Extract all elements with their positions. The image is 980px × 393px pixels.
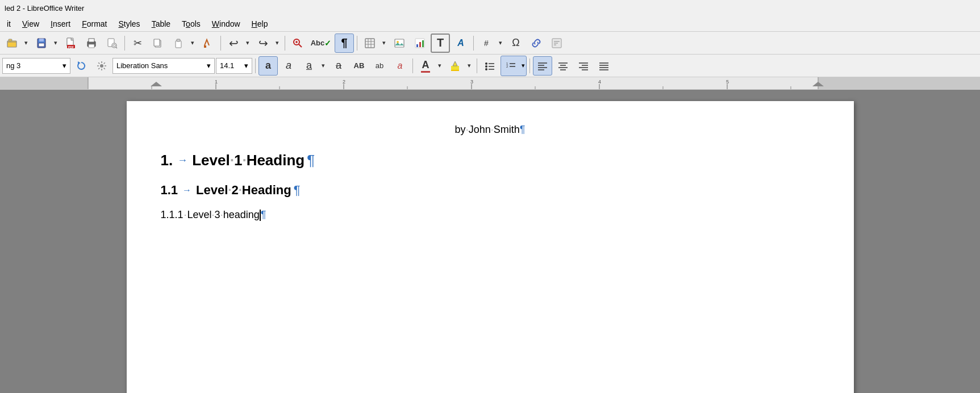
paste-button[interactable]: [169, 34, 188, 53]
numbered-list-dropdown[interactable]: ▾: [520, 62, 526, 69]
underline-dropdown[interactable]: ▾: [319, 56, 328, 76]
svg-rect-32: [422, 40, 424, 47]
justify-button[interactable]: [594, 56, 614, 76]
menu-view[interactable]: View: [18, 18, 44, 30]
redo-button[interactable]: ↪: [253, 34, 273, 53]
insert-image-button[interactable]: [390, 34, 409, 53]
menu-format[interactable]: Format: [77, 18, 111, 30]
italic-button[interactable]: a: [279, 56, 298, 76]
svg-rect-19: [204, 45, 206, 48]
uppercase-button[interactable]: AB: [349, 56, 369, 76]
menu-tools[interactable]: Tools: [177, 18, 205, 30]
strikethrough-button[interactable]: a: [329, 56, 348, 76]
toolbar1: ▾ ▾ PDF ✂ ▾ ↩ ▾: [0, 32, 980, 55]
style-settings-button[interactable]: [92, 56, 111, 76]
insert-table-dropdown[interactable]: ▾: [380, 34, 389, 53]
spellcheck-button[interactable]: Abc✓: [308, 34, 333, 53]
svg-rect-9: [89, 39, 94, 42]
align-left-button[interactable]: [533, 56, 552, 76]
insert-table-button[interactable]: [360, 34, 380, 53]
clone-format-button[interactable]: [198, 34, 218, 53]
menu-help[interactable]: Help: [247, 18, 273, 30]
page[interactable]: by·John·Smith¶ 1. → Level·1·Heading¶ 1.1…: [127, 101, 854, 393]
svg-rect-68: [818, 77, 980, 90]
copy-button[interactable]: [148, 34, 168, 53]
heading1-pilcrow: ¶: [307, 152, 315, 169]
author-line: by·John·Smith¶: [161, 124, 820, 136]
bullets-button[interactable]: [480, 56, 499, 76]
author-pilcrow: ¶: [520, 124, 526, 135]
highlight-button[interactable]: [445, 56, 465, 76]
align-right-button[interactable]: [574, 56, 593, 76]
underline-button[interactable]: a: [299, 56, 319, 76]
insert-chart-button[interactable]: [410, 34, 429, 53]
paste-dropdown[interactable]: ▾: [188, 34, 197, 53]
heading2-text: Level·2·Heading: [196, 183, 291, 198]
pdf-export-button[interactable]: PDF: [61, 34, 81, 53]
nonprinting-button[interactable]: ¶: [335, 34, 354, 53]
style-dropdown-arrow: ▾: [62, 61, 66, 70]
svg-marker-37: [78, 61, 81, 64]
special-char-button[interactable]: Ω: [506, 34, 526, 53]
svg-line-13: [116, 47, 117, 48]
separator8: [477, 58, 477, 73]
open-dropdown[interactable]: ▾: [22, 34, 31, 53]
cut-button[interactable]: ✂: [128, 34, 147, 53]
save-button[interactable]: [32, 34, 51, 53]
separator9: [529, 58, 530, 73]
svg-rect-10: [89, 44, 94, 48]
svg-rect-3: [39, 39, 44, 41]
text-box-button[interactable]: T: [431, 34, 450, 53]
highlight-dropdown[interactable]: ▾: [465, 56, 474, 76]
separator2: [220, 36, 221, 51]
menu-insert[interactable]: Insert: [46, 18, 75, 30]
menu-it[interactable]: it: [2, 18, 15, 30]
heading3-dot: ·: [184, 209, 187, 221]
numbered-list-button[interactable]: 12: [501, 56, 520, 76]
save-dropdown[interactable]: ▾: [51, 34, 60, 53]
find-button[interactable]: [288, 34, 307, 53]
font-color-button[interactable]: A: [416, 56, 435, 76]
heading3-pilcrow: ¶: [261, 209, 266, 221]
heading2-tab-arrow: →: [182, 185, 191, 195]
svg-rect-18: [177, 39, 180, 41]
separator7: [412, 58, 413, 73]
ruler-canvas: 1 2 3 4 5: [0, 77, 980, 89]
author-text: by·John·Smith: [455, 124, 520, 135]
svg-rect-67: [0, 77, 88, 90]
align-center-button[interactable]: [553, 56, 573, 76]
undo-dropdown[interactable]: ▾: [243, 34, 252, 53]
font-color-dropdown[interactable]: ▾: [435, 56, 444, 76]
paragraph-style-dropdown[interactable]: ng 3 ▾: [2, 58, 70, 74]
line-number-button[interactable]: #: [477, 34, 496, 53]
endnote-button[interactable]: [547, 34, 566, 53]
style-refresh-button[interactable]: [72, 56, 91, 76]
svg-text:PDF: PDF: [68, 45, 74, 48]
svg-rect-1: [9, 39, 12, 41]
line-number-dropdown[interactable]: ▾: [496, 34, 505, 53]
bold-button[interactable]: a: [258, 56, 278, 76]
redo-dropdown[interactable]: ▾: [273, 34, 282, 53]
open-button[interactable]: [2, 34, 22, 53]
menu-styles[interactable]: Styles: [114, 18, 144, 30]
print-preview-button[interactable]: [102, 34, 122, 53]
svg-line-21: [299, 44, 302, 47]
svg-rect-69: [88, 77, 818, 90]
menu-window[interactable]: Window: [207, 18, 245, 30]
hyperlink-button[interactable]: [527, 34, 546, 53]
fontwork-button[interactable]: A: [451, 34, 470, 53]
clear-format-button[interactable]: a: [390, 56, 410, 76]
document-area[interactable]: by·John·Smith¶ 1. → Level·1·Heading¶ 1.1…: [0, 90, 980, 393]
heading2-pilcrow: ¶: [294, 183, 301, 198]
print-button[interactable]: [82, 34, 101, 53]
heading3: 1.1.1·Level·3·heading¶: [161, 209, 820, 221]
svg-rect-39: [451, 66, 459, 70]
menu-table[interactable]: Table: [147, 18, 175, 30]
svg-text:3: 3: [470, 79, 473, 85]
lowercase-button[interactable]: ab: [370, 56, 389, 76]
font-name-value: Liberation Sans: [116, 61, 168, 70]
title-bar: led 2 - LibreOffice Writer: [0, 0, 980, 16]
undo-button[interactable]: ↩: [224, 34, 243, 53]
font-size-dropdown[interactable]: 14.1 ▾: [216, 58, 252, 74]
font-name-dropdown[interactable]: Liberation Sans ▾: [112, 58, 215, 74]
